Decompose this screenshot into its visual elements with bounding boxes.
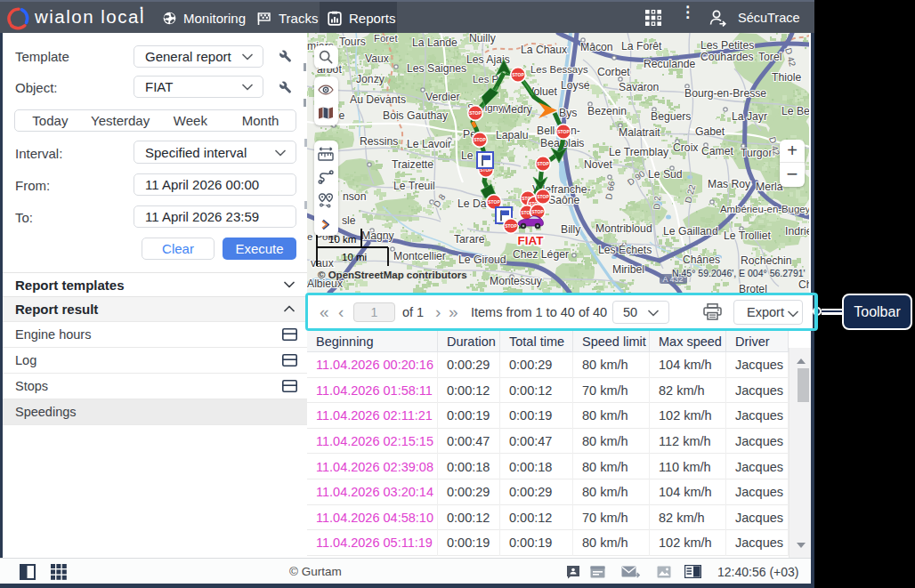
svg-text:STOP: STOP bbox=[557, 129, 570, 134]
svg-text:Lapalu: Lapalu bbox=[496, 129, 529, 141]
svg-text:Chez Léger: Chez Léger bbox=[513, 248, 569, 261]
svg-text:Couhardes: Couhardes bbox=[700, 51, 754, 63]
svg-text:Les P: Les P bbox=[473, 74, 498, 85]
svg-text:Magny: Magny bbox=[361, 230, 394, 242]
svg-text:Gabet: Gabet bbox=[695, 125, 725, 138]
svg-text:La Forêt: La Forêt bbox=[621, 40, 662, 52]
svg-text:Croix: Croix bbox=[673, 141, 698, 154]
svg-text:Le Lavoir: Le Lavoir bbox=[407, 138, 451, 150]
svg-text:Jonzy: Jonzy bbox=[356, 73, 385, 85]
svg-text:Montribloud: Montribloud bbox=[595, 222, 652, 235]
svg-text:Miribel: Miribel bbox=[612, 263, 644, 276]
svg-text:Bois Gauthay: Bois Gauthay bbox=[383, 109, 449, 122]
svg-text:Montcellier: Montcellier bbox=[393, 250, 446, 262]
svg-text:La Lande: La Lande bbox=[412, 36, 458, 49]
svg-text:Le Bert: Le Bert bbox=[781, 105, 809, 117]
svg-text:Les Petites: Les Petites bbox=[700, 39, 754, 52]
svg-text:STOP: STOP bbox=[531, 209, 544, 214]
svg-text:Brotel: Brotel bbox=[739, 283, 767, 293]
svg-text:Ressins: Ressins bbox=[360, 135, 398, 148]
svg-text:Malatrait: Malatrait bbox=[619, 126, 660, 139]
svg-text:Tours: Tours bbox=[339, 36, 366, 48]
svg-text:Le Tremblay: Le Tremblay bbox=[609, 146, 669, 158]
svg-text:Camet: Camet bbox=[701, 145, 734, 157]
svg-text:Reculande: Reculande bbox=[644, 58, 695, 70]
svg-text:Bys: Bys bbox=[559, 107, 577, 119]
svg-text:Mas Roy: Mas Roy bbox=[708, 178, 751, 190]
svg-text:STOP: STOP bbox=[512, 72, 524, 77]
svg-text:Le Gailland: Le Gailland bbox=[663, 225, 718, 238]
svg-text:vaux: vaux bbox=[311, 257, 334, 270]
svg-text:La Jayr: La Jayr bbox=[732, 110, 767, 123]
svg-text:Le Treuil: Le Treuil bbox=[393, 180, 435, 192]
svg-text:Verdier: Verdier bbox=[425, 91, 460, 103]
svg-text:Cho: Cho bbox=[798, 278, 809, 291]
svg-text:STOP: STOP bbox=[488, 199, 500, 205]
svg-text:FIAT: FIAT bbox=[518, 234, 545, 247]
svg-text:Savaron: Savaron bbox=[619, 81, 659, 93]
svg-text:Torel: Torel bbox=[758, 51, 781, 63]
svg-text:La Chaux: La Chaux bbox=[521, 44, 567, 56]
svg-text:N 45° 59.2046', E 004° 56.2791: N 45° 59.2046', E 004° 56.2791' bbox=[672, 268, 806, 278]
svg-text:10 mi: 10 mi bbox=[342, 252, 367, 262]
svg-text:STOP: STOP bbox=[469, 110, 482, 116]
svg-text:Thiole: Thiole bbox=[772, 71, 801, 84]
svg-text:Bourg-en-Bresse: Bourg-en-Bresse bbox=[684, 87, 766, 100]
svg-text:Loyse: Loyse bbox=[561, 79, 590, 92]
svg-text:sle: sle bbox=[342, 214, 356, 227]
svg-text:STOP: STOP bbox=[537, 194, 549, 199]
svg-text:Ambérieu-en-Bugey: Ambérieu-en-Bugey bbox=[720, 204, 809, 214]
svg-text:Indrie: Indrie bbox=[785, 225, 809, 238]
svg-text:© OpenStreetMap contributors: © OpenStreetMap contributors bbox=[318, 270, 467, 280]
svg-text:Novet: Novet bbox=[584, 158, 612, 171]
svg-text:Le Giroud: Le Giroud bbox=[458, 254, 506, 266]
svg-text:STOP: STOP bbox=[505, 223, 517, 229]
svg-text:Mâcon: Mâcon bbox=[580, 41, 613, 53]
svg-text:Chânes: Chânes bbox=[683, 254, 720, 266]
svg-text:Les Échets: Les Échets bbox=[598, 243, 652, 256]
svg-text:D 2: D 2 bbox=[652, 195, 662, 210]
svg-text:Nuilly: Nuilly bbox=[469, 33, 497, 44]
svg-text:Le Trolliet: Le Trolliet bbox=[724, 230, 771, 242]
svg-text:STOP: STOP bbox=[474, 137, 486, 142]
svg-text:Les Saignes: Les Saignes bbox=[407, 62, 466, 75]
svg-text:Rochechin: Rochechin bbox=[741, 254, 792, 267]
svg-text:Bezenin: Bezenin bbox=[587, 105, 627, 117]
svg-text:Beguers: Beguers bbox=[651, 110, 691, 123]
svg-text:Traizette: Traizette bbox=[392, 158, 433, 171]
svg-text:STOP: STOP bbox=[537, 161, 549, 166]
svg-text:nson: nson bbox=[343, 190, 366, 203]
svg-text:Medry: Medry bbox=[502, 103, 533, 116]
svg-text:Foret: Foret bbox=[374, 33, 398, 44]
svg-text:Corbet: Corbet bbox=[597, 66, 630, 78]
svg-text:Vaux: Vaux bbox=[365, 52, 389, 65]
svg-text:Turgon: Turgon bbox=[741, 147, 774, 159]
svg-text:Montessuy: Montessuy bbox=[490, 275, 543, 287]
svg-text:Tarare: Tarare bbox=[454, 233, 485, 246]
svg-text:Billy: Billy bbox=[561, 223, 581, 236]
svg-text:Au Devants: Au Devants bbox=[350, 93, 406, 106]
svg-text:Les Bessays: Les Bessays bbox=[530, 64, 588, 75]
svg-text:Le Sud: Le Sud bbox=[648, 168, 683, 181]
